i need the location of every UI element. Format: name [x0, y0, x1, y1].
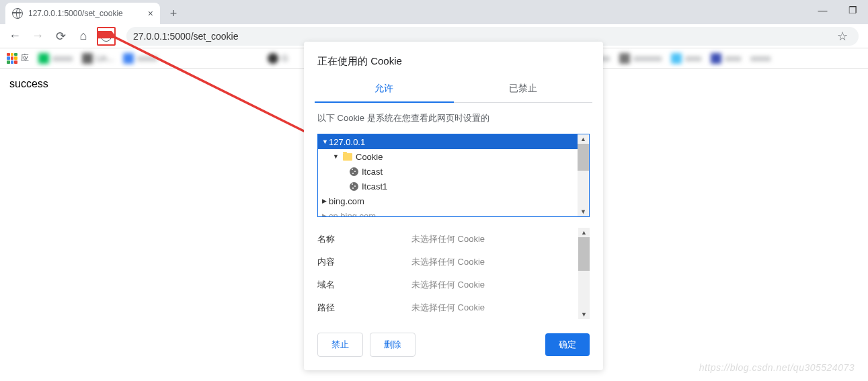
close-icon[interactable]: ×	[148, 8, 153, 19]
tree-content[interactable]: ▼ 127.0.0.1 ▼ Cookie Itcast Itcast1 ▶ bi…	[318, 134, 578, 216]
url-text: 27.0.0.1:5000/set_cookie	[133, 31, 238, 42]
minimize-button[interactable]: —	[807, 0, 838, 20]
tree-cookie-item[interactable]: Itcast	[318, 164, 578, 179]
globe-icon	[12, 8, 23, 19]
tab-allowed[interactable]: 允许	[315, 76, 454, 103]
tab-blocked[interactable]: 已禁止	[454, 76, 593, 102]
detail-row-path: 路径 未选择任何 Cookie	[317, 296, 578, 319]
watermark-text: https://blog.csdn.net/qu305524073	[699, 362, 855, 373]
caret-down-icon: ▼	[322, 138, 329, 145]
scroll-up-icon[interactable]: ▲	[578, 228, 590, 237]
details-scrollbar[interactable]: ▲ ▼	[578, 228, 590, 319]
forward-button[interactable]: →	[28, 27, 47, 46]
tab-title: 127.0.0.1:5000/set_cookie	[28, 9, 123, 18]
maximize-button[interactable]: ❐	[838, 0, 868, 20]
block-button[interactable]: 禁止	[317, 333, 363, 357]
bookmark-item[interactable]: xxxx	[671, 53, 701, 64]
bookmark-item[interactable]: xxxxx	[750, 54, 771, 63]
bookmark-item[interactable]: xxxxx	[38, 53, 73, 64]
scroll-thumb[interactable]	[578, 237, 590, 271]
caret-right-icon: ▶	[322, 212, 329, 216]
scroll-down-icon[interactable]: ▼	[578, 310, 590, 319]
tree-domain-item[interactable]: ▶ cn.bing.com	[318, 208, 578, 216]
bookmark-item[interactable]: G	[268, 53, 288, 64]
new-tab-button[interactable]: +	[164, 4, 183, 23]
reload-button[interactable]: ⟳	[51, 27, 70, 46]
tab-bar: 127.0.0.1:5000/set_cookie × + — ❐	[0, 0, 868, 24]
detail-row-domain: 域名 未选择任何 Cookie	[317, 273, 578, 296]
cookie-icon	[350, 167, 358, 176]
tree-domain-item[interactable]: ▶ bing.com	[318, 194, 578, 208]
caret-down-icon: ▼	[333, 153, 340, 160]
cookie-icon	[350, 182, 358, 191]
popover-title: 正在使用的 Cookie	[317, 55, 590, 68]
tree-scrollbar[interactable]: ▲ ▼	[578, 134, 589, 216]
info-icon: i	[101, 31, 112, 42]
ok-button[interactable]: 确定	[545, 333, 590, 356]
detail-row-name: 名称 未选择任何 Cookie	[317, 228, 578, 251]
remove-button[interactable]: 删除	[370, 333, 416, 357]
popover-description: 以下 Cookie 是系统在您查看此网页时设置的	[317, 112, 590, 124]
detail-row-content: 内容 未选择任何 Cookie	[317, 251, 578, 273]
window-controls: — ❐	[807, 0, 868, 20]
site-info-button[interactable]: i	[97, 27, 116, 46]
scroll-up-icon[interactable]: ▲	[578, 134, 589, 144]
star-icon[interactable]: ☆	[833, 29, 852, 44]
folder-icon	[343, 153, 352, 161]
success-text: success	[9, 78, 48, 89]
scroll-down-icon[interactable]: ▼	[578, 207, 589, 216]
tree-cookie-item[interactable]: Itcast1	[318, 179, 578, 194]
home-button[interactable]: ⌂	[74, 27, 93, 46]
cookie-tabs: 允许 已禁止	[315, 76, 592, 103]
back-button[interactable]: ←	[5, 27, 24, 46]
browser-tab[interactable]: 127.0.0.1:5000/set_cookie ×	[5, 3, 160, 24]
tree-domain-root[interactable]: ▼ 127.0.0.1	[318, 134, 578, 149]
bookmark-item[interactable]: xxxxx	[123, 53, 157, 64]
bookmark-item[interactable]: xxxxxxx	[619, 53, 662, 64]
button-row: 禁止 删除 确定	[317, 333, 590, 357]
caret-right-icon: ▶	[322, 198, 329, 204]
cookie-details: 名称 未选择任何 Cookie 内容 未选择任何 Cookie 域名 未选择任何…	[317, 228, 590, 319]
scroll-thumb[interactable]	[578, 144, 589, 171]
apps-icon	[7, 53, 17, 64]
tree-folder-cookie[interactable]: ▼ Cookie	[318, 149, 578, 164]
bookmark-item[interactable]: Lin...	[82, 53, 114, 64]
cookie-popover: 正在使用的 Cookie 允许 已禁止 以下 Cookie 是系统在您查看此网页…	[304, 42, 603, 370]
bookmark-item[interactable]: xxxx	[711, 53, 741, 64]
apps-button[interactable]: 应	[7, 52, 29, 64]
cookie-tree: ▼ 127.0.0.1 ▼ Cookie Itcast Itcast1 ▶ bi…	[317, 134, 590, 217]
